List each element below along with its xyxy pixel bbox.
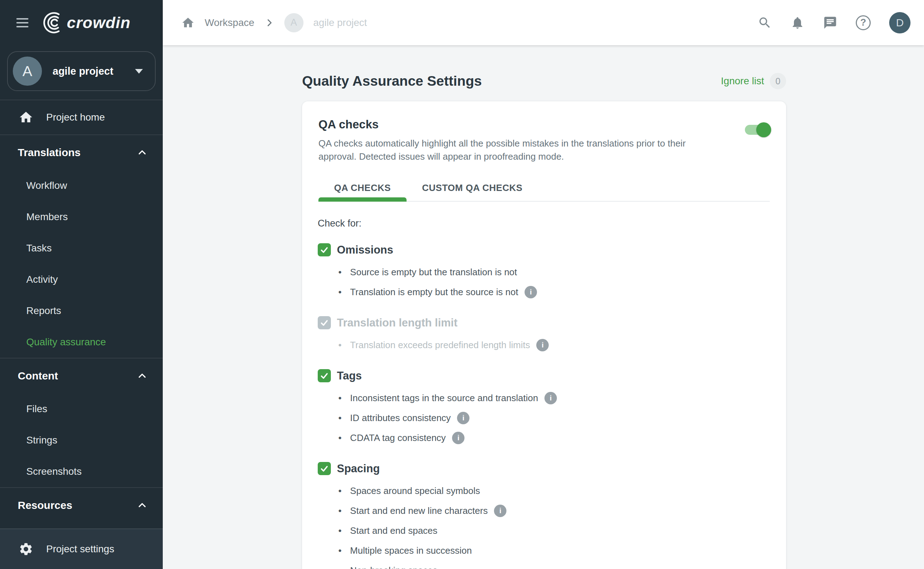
checkmark-icon [320, 245, 329, 255]
chevron-up-icon [137, 501, 147, 510]
tab-custom-qa-checks[interactable]: CUSTOM QA CHECKS [407, 175, 538, 201]
qa-check-item-label: ID attributes consistency [350, 412, 451, 423]
tab-qa-checks[interactable]: QA CHECKS [319, 175, 407, 201]
sidebar-item-strings[interactable]: Strings [0, 424, 163, 456]
sidebar-section-content[interactable]: Content [0, 359, 163, 393]
qa-group-header: Translation length limit [318, 316, 771, 329]
checkbox-spacing[interactable] [318, 462, 331, 475]
qa-check-item: Translation exceeds predefined length li… [338, 335, 771, 355]
qa-check-item: Non-breaking spaces [338, 560, 771, 569]
sidebar-item-quality-assurance[interactable]: Quality assurance [0, 327, 163, 358]
qa-check-item: CDATA tag consistencyi [338, 428, 771, 448]
crowdin-logo[interactable]: crowdin [41, 12, 131, 33]
qa-check-item-label: Spaces around special symbols [350, 485, 480, 496]
qa-card-description: QA checks automatically highlight all th… [319, 137, 725, 163]
topbar: Workspace A agile project ? D [163, 0, 924, 45]
sidebar-item-project-settings[interactable]: Project settings [0, 528, 163, 569]
check-for-label: Check for: [318, 218, 771, 229]
info-icon[interactable]: i [494, 505, 507, 517]
sidebar-item-label: Project settings [46, 543, 114, 555]
breadcrumb-workspace[interactable]: Workspace [205, 17, 255, 29]
section-label: Translations [18, 146, 81, 158]
qa-group-title: Tags [337, 370, 362, 382]
qa-check-item-label: Multiple spaces in succession [350, 545, 472, 556]
qa-check-item: Multiple spaces in succession [338, 540, 771, 560]
hamburger-menu-icon[interactable] [16, 16, 29, 30]
help-icon[interactable]: ? [856, 15, 871, 30]
crowdin-logo-text: crowdin [67, 14, 131, 32]
qa-check-item-label: Inconsistent tags in the source and tran… [350, 393, 538, 404]
gear-icon [18, 542, 33, 557]
project-selector[interactable]: A agile project [7, 51, 156, 91]
qa-tabs: QA CHECKS CUSTOM QA CHECKS [319, 175, 770, 202]
topbar-actions: ? D [758, 12, 910, 33]
main-area: Workspace A agile project ? D Quality As… [163, 0, 924, 569]
info-icon[interactable]: i [545, 392, 557, 404]
search-icon[interactable] [758, 16, 772, 30]
qa-check-item-label: Source is empty but the translation is n… [350, 267, 517, 278]
ignore-list-link[interactable]: Ignore list 0 [721, 73, 786, 89]
chevron-down-icon [135, 69, 143, 74]
sidebar-item-workflow[interactable]: Workflow [0, 170, 163, 201]
info-icon[interactable]: i [457, 412, 469, 424]
qa-check-item: Source is empty but the translation is n… [338, 262, 771, 282]
sidebar-section-translations[interactable]: Translations [0, 135, 163, 170]
project-name: agile project [53, 65, 124, 77]
qa-checks-toggle[interactable] [745, 125, 770, 135]
sidebar-logo-row: crowdin [0, 0, 163, 45]
checkmark-icon [320, 318, 329, 327]
qa-group-items: Inconsistent tags in the source and tran… [318, 388, 771, 448]
chat-icon[interactable] [823, 16, 837, 30]
qa-group-header: Spacing [318, 462, 771, 475]
sidebar-item-screenshots[interactable]: Screenshots [0, 456, 163, 487]
checkbox-translation-length-limit[interactable] [318, 316, 331, 329]
sidebar-item-files[interactable]: Files [0, 393, 163, 424]
checkmark-icon [320, 464, 329, 473]
info-icon[interactable]: i [452, 432, 464, 444]
sidebar-nav-sections: TranslationsWorkflowMembersTasksActivity… [0, 134, 163, 569]
qa-group-header: Tags [318, 369, 771, 382]
qa-group-tags: TagsInconsistent tags in the source and … [318, 369, 771, 448]
section-label: Content [18, 370, 58, 382]
qa-group-omissions: OmissionsSource is empty but the transla… [318, 243, 771, 302]
ignore-list-label[interactable]: Ignore list [721, 75, 764, 87]
qa-check-item-label: Non-breaking spaces [350, 565, 437, 569]
user-avatar[interactable]: D [889, 12, 910, 33]
checkmark-icon [320, 371, 329, 380]
page-head: Quality Assurance Settings Ignore list 0 [302, 73, 786, 89]
qa-check-item-label: Start and end new line characters [350, 505, 488, 516]
section-label: Resources [18, 499, 72, 511]
sidebar-item-tasks[interactable]: Tasks [0, 233, 163, 264]
chevron-right-icon [264, 18, 275, 28]
sidebar-item-members[interactable]: Members [0, 201, 163, 233]
checkbox-omissions[interactable] [318, 243, 331, 256]
sidebar: crowdin A agile project Project home Tra… [0, 0, 163, 569]
info-icon[interactable]: i [536, 339, 549, 351]
checkbox-tags[interactable] [318, 369, 331, 382]
bell-icon[interactable] [790, 16, 804, 30]
chevron-up-icon [137, 371, 147, 381]
qa-group-items: Source is empty but the translation is n… [318, 262, 771, 302]
sidebar-item-reports[interactable]: Reports [0, 295, 163, 327]
qa-groups: OmissionsSource is empty but the transla… [318, 243, 771, 569]
home-icon[interactable] [181, 16, 195, 29]
qa-settings-card: QA checks QA checks automatically highli… [302, 101, 786, 569]
page-title: Quality Assurance Settings [302, 73, 482, 89]
sidebar-item-activity[interactable]: Activity [0, 264, 163, 295]
qa-check-item: Spaces around special symbols [338, 481, 771, 501]
qa-check-item: Inconsistent tags in the source and tran… [338, 388, 771, 408]
qa-check-item: ID attributes consistencyi [338, 408, 771, 428]
breadcrumb-project[interactable]: agile project [313, 17, 367, 29]
sidebar-item-project-home[interactable]: Project home [0, 100, 163, 134]
qa-group-title: Spacing [337, 462, 380, 475]
sidebar-section-resources[interactable]: Resources [0, 488, 163, 523]
info-icon[interactable]: i [525, 286, 537, 298]
qa-card-header: QA checks QA checks automatically highli… [302, 101, 786, 202]
qa-group-items: Translation exceeds predefined length li… [318, 335, 771, 355]
qa-check-item-label: CDATA tag consistency [350, 432, 446, 443]
qa-group-title: Omissions [337, 243, 393, 256]
breadcrumb-project-avatar: A [284, 13, 303, 32]
qa-group-translation-length-limit: Translation length limitTranslation exce… [318, 316, 771, 355]
ignore-list-count-badge: 0 [770, 73, 786, 89]
qa-group-header: Omissions [318, 243, 771, 256]
